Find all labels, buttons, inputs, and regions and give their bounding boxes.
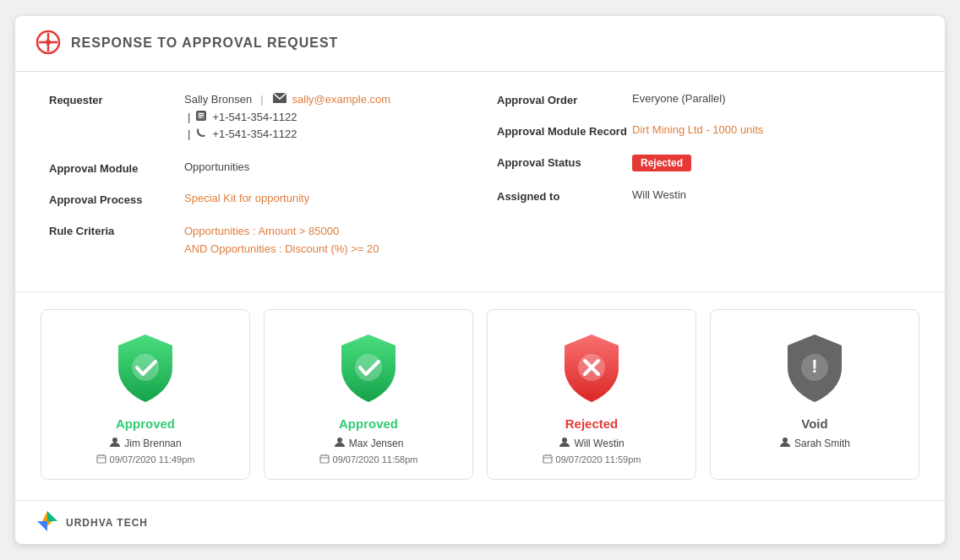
svg-point-17 bbox=[337, 438, 342, 443]
approval-module-label: Approval Module bbox=[49, 160, 184, 175]
calendar-icon-will bbox=[543, 454, 553, 465]
shield-rejected-will bbox=[558, 330, 625, 406]
svg-marker-36 bbox=[37, 521, 47, 531]
footer: URDHVA TECH bbox=[15, 501, 945, 544]
svg-rect-9 bbox=[199, 117, 202, 117]
phone-icon bbox=[195, 110, 207, 124]
card-sarah: ! Void Sarah Smith bbox=[710, 309, 919, 480]
svg-marker-35 bbox=[47, 511, 57, 521]
approval-process-label: Approval Process bbox=[49, 192, 184, 206]
approval-order-row: Approval Order Everyone (Parallel) bbox=[497, 92, 911, 106]
requester-phone1: +1-541-354-1122 bbox=[212, 111, 297, 123]
card-date-jim: 09/07/2020 11:49pm bbox=[96, 454, 195, 465]
approval-module-record-value[interactable]: Dirt Mining Ltd - 1000 units bbox=[632, 123, 763, 136]
svg-point-3 bbox=[46, 40, 51, 45]
assigned-to-value: Will Westin bbox=[632, 188, 686, 201]
calendar-icon-max bbox=[319, 454, 330, 465]
card-status-will: Rejected bbox=[565, 416, 619, 431]
calendar-icon-jim bbox=[96, 454, 106, 465]
approval-status-row: Approval Status Rejected bbox=[497, 155, 911, 171]
requester-email[interactable]: sally@example.com bbox=[292, 93, 391, 106]
rule-criteria-line1: Opportunities : Amount > 85000 bbox=[184, 223, 379, 241]
svg-point-11 bbox=[112, 438, 117, 443]
approval-module-record-label: Approval Module Record bbox=[497, 123, 632, 138]
approval-process-row: Approval Process Special Kit for opportu… bbox=[49, 192, 463, 206]
cards-section: Approved Jim Brennan bbox=[15, 292, 945, 501]
svg-rect-18 bbox=[320, 455, 329, 463]
assigned-to-row: Assigned to Will Westin bbox=[497, 188, 911, 203]
card-date-text-max: 09/07/2020 11:58pm bbox=[333, 454, 418, 465]
shield-approved-max bbox=[335, 330, 402, 406]
approval-module-record-row: Approval Module Record Dirt Mining Ltd -… bbox=[497, 123, 911, 138]
main-container: RESPONSE TO APPROVAL REQUEST Requester S… bbox=[15, 16, 945, 545]
requester-phone2: +1-541-354-1122 bbox=[212, 128, 297, 140]
person-icon-jim bbox=[109, 436, 121, 450]
phone2-icon bbox=[195, 127, 207, 141]
card-status-jim: Approved bbox=[116, 416, 175, 431]
rule-criteria-value: Opportunities : Amount > 85000 AND Oppor… bbox=[184, 223, 379, 258]
requester-phone1-row: | +1-541-354-1122 bbox=[184, 110, 390, 124]
card-date-text-jim: 09/07/2020 11:49pm bbox=[110, 454, 195, 465]
page-title: RESPONSE TO APPROVAL REQUEST bbox=[71, 35, 338, 51]
card-date-will: 09/07/2020 11:59pm bbox=[543, 454, 641, 465]
person-icon-will bbox=[559, 436, 570, 450]
pipe-divider2: | bbox=[188, 128, 190, 140]
approval-status-label: Approval Status bbox=[497, 155, 632, 169]
approval-module-row: Approval Module Opportunities bbox=[49, 160, 463, 175]
page-header: RESPONSE TO APPROVAL REQUEST bbox=[15, 16, 945, 72]
card-person-name-sarah: Sarah Smith bbox=[794, 438, 850, 449]
email-icon bbox=[272, 92, 287, 106]
approval-module-value: Opportunities bbox=[184, 160, 249, 173]
card-will: Rejected Will Westin bbox=[487, 309, 696, 480]
svg-rect-7 bbox=[199, 113, 204, 114]
card-jim: Approved Jim Brennan bbox=[41, 309, 250, 480]
shield-void-sarah: ! bbox=[781, 330, 848, 406]
card-date-text-will: 09/07/2020 11:59pm bbox=[556, 454, 641, 465]
svg-rect-26 bbox=[543, 455, 552, 463]
cards-grid: Approved Jim Brennan bbox=[41, 309, 919, 480]
rule-criteria-label: Rule Criteria bbox=[49, 223, 184, 237]
card-person-name-max: Max Jensen bbox=[349, 438, 404, 449]
card-person-name-jim: Jim Brennan bbox=[124, 438, 181, 449]
svg-point-25 bbox=[562, 438, 567, 443]
approval-order-value: Everyone (Parallel) bbox=[632, 92, 726, 105]
card-person-max: Max Jensen bbox=[334, 436, 404, 450]
info-grid: Requester Sally Bronsen | bbox=[49, 92, 911, 275]
svg-rect-12 bbox=[97, 455, 106, 463]
card-person-will: Will Westin bbox=[559, 436, 624, 450]
card-person-sarah: Sarah Smith bbox=[779, 436, 850, 450]
approval-status-badge: Rejected bbox=[632, 155, 691, 171]
requester-name: Sally Bronsen bbox=[184, 93, 252, 106]
card-status-max: Approved bbox=[339, 416, 398, 431]
requester-row: Requester Sally Bronsen | bbox=[49, 92, 463, 144]
card-max: Approved Max Jensen bbox=[264, 309, 473, 480]
person-icon-max bbox=[334, 436, 346, 450]
person-icon-sarah bbox=[779, 436, 791, 450]
requester-block: Sally Bronsen | sally@example.com bbox=[184, 92, 390, 144]
requester-phone2-row: | +1-541-354-1122 bbox=[184, 127, 390, 141]
card-date-max: 09/07/2020 11:58pm bbox=[319, 454, 418, 465]
divider: | bbox=[260, 93, 263, 106]
approval-process-value[interactable]: Special Kit for opportunity bbox=[184, 192, 309, 204]
shield-approved-jim bbox=[112, 330, 179, 406]
svg-point-32 bbox=[783, 438, 788, 443]
svg-rect-8 bbox=[199, 115, 204, 116]
assigned-to-label: Assigned to bbox=[497, 188, 632, 203]
svg-text:!: ! bbox=[811, 356, 817, 377]
card-person-jim: Jim Brennan bbox=[109, 436, 181, 450]
requester-main: Sally Bronsen | sally@example.com bbox=[184, 92, 390, 106]
rule-criteria-line2: AND Opportunities : Discount (%) >= 20 bbox=[184, 241, 379, 258]
footer-logo-text: URDHVA TECH bbox=[66, 517, 148, 529]
approval-order-label: Approval Order bbox=[497, 92, 632, 106]
info-section: Requester Sally Bronsen | bbox=[15, 72, 945, 293]
card-person-name-will: Will Westin bbox=[574, 438, 624, 449]
header-icon bbox=[35, 30, 61, 57]
pipe-divider: | bbox=[188, 111, 190, 123]
card-status-sarah: Void bbox=[801, 416, 827, 431]
requester-label: Requester bbox=[49, 92, 184, 106]
footer-logo-icon bbox=[35, 509, 59, 536]
rule-criteria-row: Rule Criteria Opportunities : Amount > 8… bbox=[49, 223, 463, 258]
